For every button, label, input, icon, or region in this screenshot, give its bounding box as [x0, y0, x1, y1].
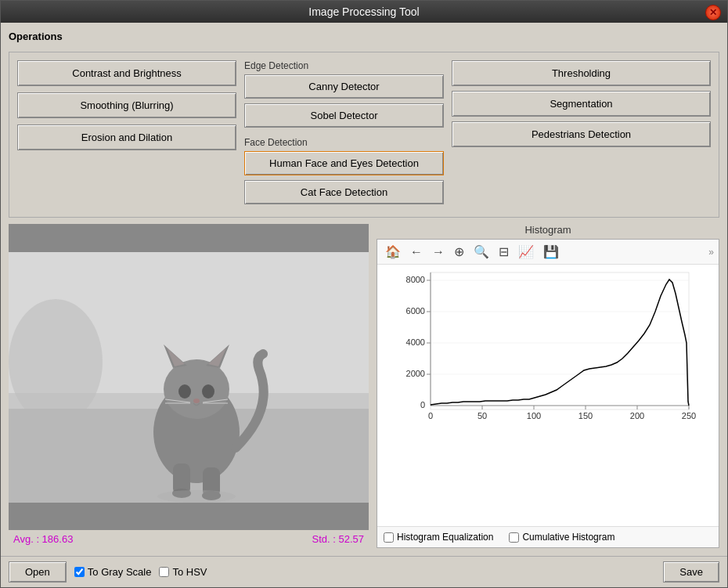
image-container — [9, 224, 369, 530]
svg-text:50: 50 — [478, 411, 487, 420]
hist-trend-button[interactable]: 📈 — [515, 243, 537, 261]
hist-save-chart-button[interactable]: 💾 — [540, 243, 562, 261]
left-buttons-group: Contrast and Brightness Smoothing (Blurr… — [17, 60, 236, 209]
thresholding-button[interactable]: Thresholding — [452, 60, 711, 86]
histogram-equalization-checkbox[interactable] — [384, 532, 394, 543]
save-button[interactable]: Save — [663, 561, 719, 583]
to-hsv-checkbox-label[interactable]: To HSV — [159, 566, 207, 578]
hist-home-button[interactable]: 🏠 — [382, 243, 404, 261]
svg-point-2 — [9, 299, 103, 424]
svg-point-12 — [193, 399, 200, 403]
open-button[interactable]: Open — [9, 561, 67, 583]
cat-face-button[interactable]: Cat Face Detection — [244, 180, 444, 204]
segmentation-button[interactable]: Segmentation — [452, 91, 711, 117]
svg-text:4000: 4000 — [406, 337, 425, 347]
hist-configure-button[interactable]: ⊟ — [496, 243, 512, 261]
hist-zoom-button[interactable]: 🔍 — [470, 243, 492, 261]
svg-text:100: 100 — [527, 411, 541, 420]
sobel-detector-button[interactable]: Sobel Detector — [244, 103, 444, 128]
face-detection-label: Face Detection — [244, 137, 444, 148]
hist-arrows: » — [708, 247, 714, 258]
svg-text:0: 0 — [420, 400, 425, 409]
histogram-equalization-label: Histogram Equalization — [397, 532, 493, 543]
gray-scale-label: To Gray Scale — [88, 566, 152, 578]
window-title: Image Processing Tool — [308, 5, 419, 18]
cumulative-histogram-checkbox[interactable] — [509, 532, 519, 543]
to-hsv-checkbox[interactable] — [159, 567, 169, 577]
histogram-toolbar: 🏠 ← → ⊕ 🔍 ⊟ 📈 💾 » — [377, 240, 719, 265]
cumulative-histogram-checkbox-label[interactable]: Cumulative Histogram — [509, 532, 614, 543]
gray-scale-checkbox-label[interactable]: To Gray Scale — [74, 566, 152, 578]
title-bar: Image Processing Tool ✕ — [1, 1, 727, 23]
svg-text:200: 200 — [630, 411, 644, 420]
close-button[interactable]: ✕ — [705, 5, 721, 20]
cumulative-histogram-label: Cumulative Histogram — [522, 532, 614, 543]
svg-point-21 — [157, 490, 236, 503]
human-face-eyes-button[interactable]: Human Face and Eyes Detection — [244, 151, 444, 175]
svg-text:150: 150 — [578, 411, 593, 420]
svg-text:0: 0 — [428, 411, 433, 420]
erosion-dilation-button[interactable]: Erosion and Dilation — [17, 124, 236, 150]
histogram-svg: 8000 6000 4000 2000 0 — [381, 269, 715, 449]
histogram-chart: 8000 6000 4000 2000 0 — [377, 265, 719, 526]
svg-point-10 — [178, 384, 191, 399]
histogram-container: 🏠 ← → ⊕ 🔍 ⊟ 📈 💾 » 8000 — [377, 239, 719, 548]
histogram-checkboxes: Histogram Equalization Cumulative Histog… — [377, 526, 719, 547]
histogram-panel: Histogram 🏠 ← → ⊕ 🔍 ⊟ 📈 💾 » — [377, 224, 719, 548]
contrast-brightness-button[interactable]: Contrast and Brightness — [17, 60, 236, 86]
main-window: Image Processing Tool ✕ Operations Contr… — [0, 0, 728, 588]
hist-back-button[interactable]: ← — [407, 243, 426, 261]
content-area: Operations Contrast and Brightness Smoot… — [1, 23, 727, 556]
bottom-area: Avg. : 186.63 Std. : 52.57 Histogram 🏠 ←… — [9, 224, 719, 548]
middle-buttons-group: Edge Detection Canny Detector Sobel Dete… — [244, 60, 444, 209]
edge-detection-label: Edge Detection — [244, 60, 444, 71]
svg-text:2000: 2000 — [406, 369, 425, 378]
svg-rect-27 — [431, 272, 689, 409]
smoothing-blurring-button[interactable]: Smoothing (Blurring) — [17, 92, 236, 118]
pedestrians-detection-button[interactable]: Pedestrians Detection — [452, 121, 711, 147]
cat-image — [9, 252, 369, 503]
bottom-bar: Open To Gray Scale To HSV Save — [1, 556, 727, 587]
to-hsv-label: To HSV — [172, 566, 207, 578]
operations-label: Operations — [9, 31, 719, 42]
svg-text:250: 250 — [682, 411, 696, 420]
average-stat: Avg. : 186.63 — [13, 533, 73, 545]
svg-point-5 — [164, 359, 229, 419]
canny-detector-button[interactable]: Canny Detector — [244, 74, 444, 99]
gray-scale-checkbox[interactable] — [74, 567, 85, 577]
right-btns-container: Thresholding Segmentation Pedestrians De… — [452, 60, 711, 152]
image-stats: Avg. : 186.63 Std. : 52.57 — [9, 530, 369, 548]
svg-text:6000: 6000 — [406, 306, 425, 316]
svg-point-11 — [202, 384, 214, 399]
image-panel: Avg. : 186.63 Std. : 52.57 — [9, 224, 369, 548]
hist-forward-button[interactable]: → — [429, 243, 448, 261]
hist-move-button[interactable]: ⊕ — [451, 243, 467, 261]
histogram-label: Histogram — [377, 224, 719, 236]
operations-panel: Contrast and Brightness Smoothing (Blurr… — [9, 52, 719, 218]
std-stat: Std. : 52.57 — [312, 533, 365, 545]
histogram-equalization-checkbox-label[interactable]: Histogram Equalization — [384, 532, 493, 543]
svg-text:8000: 8000 — [406, 275, 425, 284]
right-buttons-group: Thresholding Segmentation Pedestrians De… — [452, 60, 711, 209]
